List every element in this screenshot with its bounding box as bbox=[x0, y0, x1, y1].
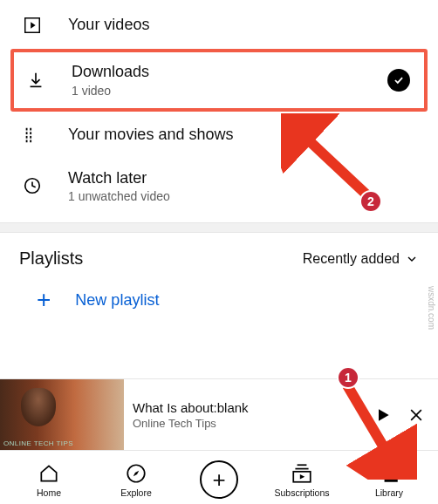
play-square-icon bbox=[19, 16, 45, 35]
svg-rect-5 bbox=[26, 132, 28, 134]
chevron-down-icon bbox=[405, 252, 419, 266]
playlists-heading: Playlists bbox=[19, 249, 83, 269]
row-subtitle: 1 video bbox=[72, 84, 365, 98]
playlists-header: Playlists Recently added bbox=[0, 233, 438, 276]
mini-player-info: What Is about:blank Online Tech Tips bbox=[124, 400, 366, 430]
svg-rect-10 bbox=[30, 136, 31, 139]
new-playlist-button[interactable]: + New playlist bbox=[0, 276, 438, 324]
svg-rect-8 bbox=[30, 127, 31, 130]
svg-rect-6 bbox=[26, 136, 28, 139]
nav-create[interactable]: + bbox=[193, 460, 245, 499]
library-item-downloads[interactable]: Downloads 1 video bbox=[10, 49, 428, 112]
svg-marker-13 bbox=[379, 409, 389, 420]
nav-label: Subscriptions bbox=[274, 487, 329, 498]
library-item-your-videos[interactable]: Your videos bbox=[0, 3, 438, 47]
svg-rect-4 bbox=[26, 127, 28, 130]
playlists-sort-button[interactable]: Recently added bbox=[303, 251, 419, 267]
mini-player-channel: Online Tech Tips bbox=[133, 417, 358, 430]
library-icon bbox=[378, 461, 400, 486]
watermark: wsxdn.com bbox=[427, 286, 436, 330]
film-icon bbox=[19, 126, 45, 145]
nav-subscriptions[interactable]: Subscriptions bbox=[271, 461, 332, 498]
mini-player-close-button[interactable] bbox=[400, 406, 433, 424]
row-title: Watch later bbox=[68, 169, 419, 188]
svg-rect-9 bbox=[30, 132, 31, 134]
row-title: Your videos bbox=[68, 16, 419, 35]
bottom-nav: Home Explore + Subscriptions Library bbox=[0, 450, 438, 504]
svg-rect-11 bbox=[30, 140, 31, 142]
nav-home[interactable]: Home bbox=[18, 461, 79, 498]
nav-label: Explore bbox=[120, 487, 152, 498]
nav-label: Home bbox=[37, 487, 61, 498]
thumb-label: ONLINE TECH TIPS bbox=[3, 439, 73, 447]
row-subtitle: 1 unwatched video bbox=[68, 189, 419, 203]
nav-label: Library bbox=[375, 487, 403, 498]
check-badge-icon bbox=[387, 69, 410, 92]
new-playlist-label: New playlist bbox=[75, 291, 159, 310]
svg-marker-21 bbox=[300, 474, 305, 479]
plus-circle-icon: + bbox=[200, 460, 238, 499]
row-title: Downloads bbox=[72, 63, 365, 82]
svg-rect-7 bbox=[26, 140, 28, 142]
svg-marker-17 bbox=[133, 470, 140, 476]
clock-icon bbox=[19, 176, 45, 195]
nav-explore[interactable]: Explore bbox=[106, 461, 167, 498]
library-item-watch-later[interactable]: Watch later 1 unwatched video bbox=[0, 157, 438, 216]
sort-label: Recently added bbox=[303, 251, 400, 267]
mini-player-title: What Is about:blank bbox=[133, 400, 358, 415]
subscriptions-icon bbox=[291, 461, 313, 486]
library-item-movies[interactable]: Your movies and shows bbox=[0, 113, 438, 157]
home-icon bbox=[38, 461, 60, 486]
svg-marker-1 bbox=[31, 22, 36, 28]
compass-icon bbox=[125, 461, 147, 486]
section-divider bbox=[0, 222, 438, 233]
download-icon bbox=[23, 71, 49, 90]
mini-player-thumbnail[interactable]: ONLINE TECH TIPS bbox=[0, 379, 124, 451]
mini-player-play-button[interactable] bbox=[366, 406, 400, 424]
plus-icon: + bbox=[37, 288, 51, 312]
library-list: Your videos Downloads 1 video Your movie… bbox=[0, 0, 438, 215]
row-title: Your movies and shows bbox=[68, 126, 419, 145]
nav-library[interactable]: Library bbox=[359, 461, 420, 498]
mini-player[interactable]: ONLINE TECH TIPS What Is about:blank Onl… bbox=[0, 378, 438, 450]
